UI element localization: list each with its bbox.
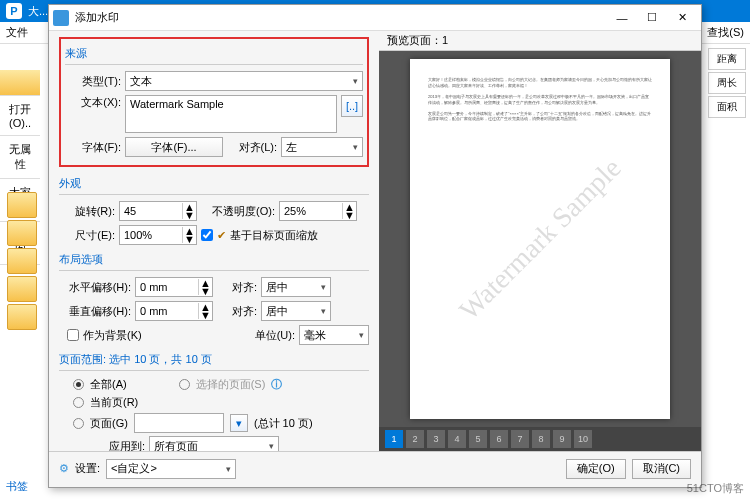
sidebar-tool-icon[interactable] <box>7 304 37 330</box>
hoff-spinner[interactable]: 0 mm▲▼ <box>135 277 213 297</box>
radio-selected[interactable] <box>179 379 190 390</box>
blog-watermark: 51CTO博客 <box>687 481 744 496</box>
rotate-label: 旋转(R): <box>59 204 115 219</box>
thumb-10[interactable]: 10 <box>574 430 592 448</box>
scale-spinner[interactable]: 100%▲▼ <box>119 225 197 245</box>
radio-all[interactable] <box>73 379 84 390</box>
minimize-button[interactable]: — <box>607 8 637 28</box>
opacity-label: 不透明度(O): <box>201 204 275 219</box>
scale-checkbox <box>201 229 213 241</box>
preview-header: 预览页面：1 <box>379 31 701 51</box>
info-icon[interactable]: ⓘ <box>271 377 282 392</box>
watermark-text-input[interactable]: Watermark Sample <box>125 95 337 133</box>
rotate-spinner[interactable]: 45▲▼ <box>119 201 197 221</box>
right-perimeter[interactable]: 周长 <box>708 72 746 94</box>
menu-file[interactable]: 文件 <box>6 25 28 40</box>
thumbnail-bar: 12345678910 <box>379 427 701 451</box>
hoff-label: 水平偏移(H): <box>59 280 131 295</box>
dialog-icon <box>53 10 69 26</box>
type-combo[interactable]: 文本 <box>125 71 363 91</box>
thumb-3[interactable]: 3 <box>427 430 445 448</box>
thumb-9[interactable]: 9 <box>553 430 571 448</box>
thumb-5[interactable]: 5 <box>469 430 487 448</box>
font-label: 字体(F): <box>65 140 121 155</box>
watermark-dialog: 添加水印 — ☐ ✕ 来源 类型(T): 文本 文本(X): Watermark… <box>48 4 702 488</box>
align-combo[interactable]: 左 <box>281 137 363 157</box>
thumb-8[interactable]: 8 <box>532 430 550 448</box>
text-label: 文本(X): <box>65 95 121 110</box>
as-background-check[interactable]: 作为背景(K) <box>67 328 142 343</box>
font-button[interactable]: 字体(F)... <box>125 137 223 157</box>
text-macro-button[interactable]: [..] <box>341 95 363 117</box>
type-label: 类型(T): <box>65 74 121 89</box>
scale-label: 尺寸(E): <box>59 228 115 243</box>
applyto-combo[interactable]: 所有页面 <box>149 436 279 451</box>
sidebar-tool-icon[interactable] <box>7 276 37 302</box>
folder-icon[interactable] <box>0 70 40 96</box>
group-layout: 布局选项 <box>59 249 369 271</box>
thumb-4[interactable]: 4 <box>448 430 466 448</box>
sidebar-tool-icon[interactable] <box>7 220 37 246</box>
unit-combo[interactable]: 毫米 <box>299 325 369 345</box>
valign-label: 对齐: <box>217 304 257 319</box>
opacity-spinner[interactable]: 25%▲▼ <box>279 201 357 221</box>
thumb-1[interactable]: 1 <box>385 430 403 448</box>
settings-label: 设置: <box>75 461 100 476</box>
voff-label: 垂直偏移(H): <box>59 304 131 319</box>
unit-label: 单位(U): <box>245 328 295 343</box>
side-noattr[interactable]: 无属性 <box>0 136 40 179</box>
group-source: 来源 <box>65 43 363 65</box>
align-label: 对齐(L): <box>227 140 277 155</box>
applyto-label: 应用到: <box>109 439 145 452</box>
thumb-2[interactable]: 2 <box>406 430 424 448</box>
halign-combo[interactable]: 居中 <box>261 277 331 297</box>
group-appearance: 外观 <box>59 173 369 195</box>
right-area[interactable]: 面积 <box>708 96 746 118</box>
sidebar-tool-icon[interactable] <box>7 192 37 218</box>
halign-label: 对齐: <box>217 280 257 295</box>
valign-combo[interactable]: 居中 <box>261 301 331 321</box>
watermark-overlay: Watermark Sample <box>450 149 630 329</box>
gear-icon[interactable]: ⚙ <box>59 462 69 475</box>
side-open[interactable]: 打开(O).. <box>0 96 40 136</box>
radio-range[interactable] <box>73 418 84 429</box>
dialog-title: 添加水印 <box>75 10 119 25</box>
thumb-7[interactable]: 7 <box>511 430 529 448</box>
sidebar-tool-icon[interactable] <box>7 248 37 274</box>
ok-button[interactable]: 确定(O) <box>566 459 626 479</box>
group-pages: 页面范围: 选中 10 页，共 10 页 <box>59 349 369 371</box>
right-distance[interactable]: 距离 <box>708 48 746 70</box>
radio-current[interactable] <box>73 397 84 408</box>
preview-page: 大家好！这是样档案标，模拟企业业绩报告，向公司的大记念。在集团老师为家请至今日的… <box>410 59 670 419</box>
menu-find[interactable]: 查找(S) <box>707 25 744 40</box>
cancel-button[interactable]: 取消(C) <box>632 459 691 479</box>
scale-to-page-check[interactable]: ✔基于目标页面缩放 <box>201 228 318 243</box>
maximize-button[interactable]: ☐ <box>637 8 667 28</box>
range-input[interactable] <box>134 413 224 433</box>
app-logo: P <box>6 3 22 19</box>
side-bookmark[interactable]: 书签 <box>6 479 28 494</box>
range-picker-button[interactable]: ▾ <box>230 414 248 432</box>
voff-spinner[interactable]: 0 mm▲▼ <box>135 301 213 321</box>
bg-app-title: 大... <box>28 4 48 19</box>
thumb-6[interactable]: 6 <box>490 430 508 448</box>
close-button[interactable]: ✕ <box>667 8 697 28</box>
source-highlight: 来源 类型(T): 文本 文本(X): Watermark Sample [..… <box>59 37 369 167</box>
settings-combo[interactable]: <自定义> <box>106 459 236 479</box>
